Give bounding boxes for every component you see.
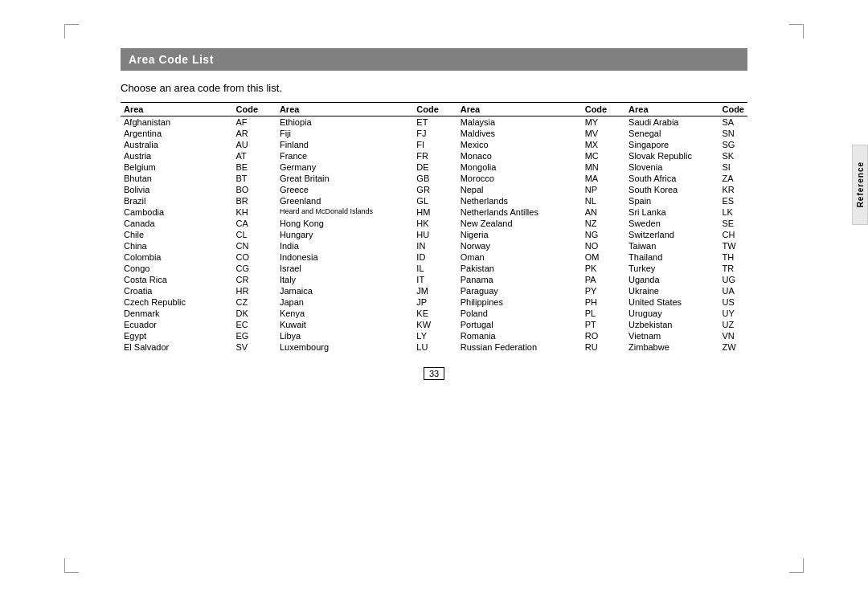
table-cell: VN — [719, 330, 747, 341]
col-header-code1: Code — [233, 103, 276, 116]
table-cell: Mongolia — [457, 161, 582, 173]
table-cell: JP — [413, 296, 457, 308]
table-row: ChinaCNIndiaINNorwayNOTaiwanTW — [121, 240, 747, 251]
table-cell: MN — [582, 161, 625, 173]
table-cell: MA — [582, 173, 625, 184]
table-row: CanadaCAHong KongHKNew ZealandNZSwedenSE — [121, 218, 747, 229]
table-cell: Libya — [276, 330, 413, 341]
table-cell: FI — [413, 139, 457, 150]
table-cell: HM — [413, 206, 457, 218]
table-cell: NL — [582, 195, 625, 206]
table-cell: Austria — [121, 150, 233, 161]
table-cell: BE — [233, 161, 276, 173]
table-cell: Argentina — [121, 128, 233, 139]
table-cell: HK — [413, 218, 457, 229]
table-cell: MV — [582, 128, 625, 139]
table-cell: ID — [413, 251, 457, 263]
table-cell: ZA — [719, 173, 747, 184]
table-row: AustraliaAUFinlandFIMexicoMXSingaporeSG — [121, 139, 747, 150]
table-cell: PT — [582, 319, 625, 330]
table-cell: Denmark — [121, 308, 233, 319]
table-cell: Malaysia — [457, 116, 582, 129]
table-cell: Turkey — [625, 263, 719, 274]
table-cell: EC — [233, 319, 276, 330]
table-cell: Luxembourg — [276, 341, 413, 353]
table-cell: Nigeria — [457, 229, 582, 240]
table-cell: Jamaica — [276, 285, 413, 296]
table-cell: PA — [582, 274, 625, 285]
table-cell: Nepal — [457, 184, 582, 195]
table-cell: Senegal — [625, 128, 719, 139]
table-cell: Fiji — [276, 128, 413, 139]
table-cell: Kuwait — [276, 319, 413, 330]
table-cell: KH — [233, 206, 276, 218]
table-cell: DK — [233, 308, 276, 319]
table-cell: Egypt — [121, 330, 233, 341]
table-cell: BT — [233, 173, 276, 184]
table-cell: Kenya — [276, 308, 413, 319]
page-number-container: 33 — [121, 369, 747, 378]
table-cell: PL — [582, 308, 625, 319]
table-row: DenmarkDKKenyaKEPolandPLUruguayUY — [121, 308, 747, 319]
col-header-area1: Area — [121, 103, 233, 116]
col-header-area2: Area — [276, 103, 413, 116]
table-cell: Maldives — [457, 128, 582, 139]
table-cell: IN — [413, 240, 457, 251]
reference-tab-label: Reference — [856, 161, 865, 207]
table-cell: PY — [582, 285, 625, 296]
table-row: ChileCLHungaryHUNigeriaNGSwitzerlandCH — [121, 229, 747, 240]
table-cell: ET — [413, 116, 457, 129]
table-cell: Germany — [276, 161, 413, 173]
table-cell: Philippines — [457, 296, 582, 308]
table-cell: TR — [719, 263, 747, 274]
table-cell: GL — [413, 195, 457, 206]
table-cell: Ukraine — [625, 285, 719, 296]
table-row: Costa RicaCRItalyITPanamaPAUgandaUG — [121, 274, 747, 285]
table-cell: DE — [413, 161, 457, 173]
main-content: Area Code List Choose an area code from … — [104, 0, 764, 613]
table-cell: UG — [719, 274, 747, 285]
table-cell: Colombia — [121, 251, 233, 263]
table-cell: NP — [582, 184, 625, 195]
table-cell: PH — [582, 296, 625, 308]
table-cell: TH — [719, 251, 747, 263]
table-row: CongoCGIsraelILPakistanPKTurkeyTR — [121, 263, 747, 274]
table-cell: GB — [413, 173, 457, 184]
table-row: BhutanBTGreat BritainGBMoroccoMASouth Af… — [121, 173, 747, 184]
table-row: BelgiumBEGermanyDEMongoliaMNSloveniaSI — [121, 161, 747, 173]
table-cell: IT — [413, 274, 457, 285]
table-cell: SK — [719, 150, 747, 161]
table-cell: CA — [233, 218, 276, 229]
table-cell: AU — [233, 139, 276, 150]
table-cell: KW — [413, 319, 457, 330]
table-row: BoliviaBOGreeceGRNepalNPSouth KoreaKR — [121, 184, 747, 195]
table-cell: Monaco — [457, 150, 582, 161]
corner-mark-tl — [64, 24, 79, 39]
table-cell: Chile — [121, 229, 233, 240]
table-cell: SA — [719, 116, 747, 129]
table-cell: Sweden — [625, 218, 719, 229]
table-cell: OM — [582, 251, 625, 263]
table-cell: UY — [719, 308, 747, 319]
table-cell: Belgium — [121, 161, 233, 173]
table-cell: CH — [719, 229, 747, 240]
table-cell: Switzerland — [625, 229, 719, 240]
col-header-code4: Code — [719, 103, 747, 116]
table-cell: Cambodia — [121, 206, 233, 218]
page: Reference Area Code List Choose an area … — [0, 0, 868, 613]
table-cell: BO — [233, 184, 276, 195]
table-cell: PK — [582, 263, 625, 274]
table-cell: Costa Rica — [121, 274, 233, 285]
table-cell: Uganda — [625, 274, 719, 285]
col-header-area4: Area — [625, 103, 719, 116]
table-cell: Canada — [121, 218, 233, 229]
table-cell: Russian Federation — [457, 341, 582, 353]
table-cell: ES — [719, 195, 747, 206]
table-row: EcuadorECKuwaitKWPortugalPTUzbekistanUZ — [121, 319, 747, 330]
table-cell: AN — [582, 206, 625, 218]
table-cell: China — [121, 240, 233, 251]
table-cell: Slovak Republic — [625, 150, 719, 161]
table-cell: Morocco — [457, 173, 582, 184]
table-cell: Mexico — [457, 139, 582, 150]
table-row: AfghanistanAFEthiopiaETMalaysiaMYSaudi A… — [121, 116, 747, 129]
